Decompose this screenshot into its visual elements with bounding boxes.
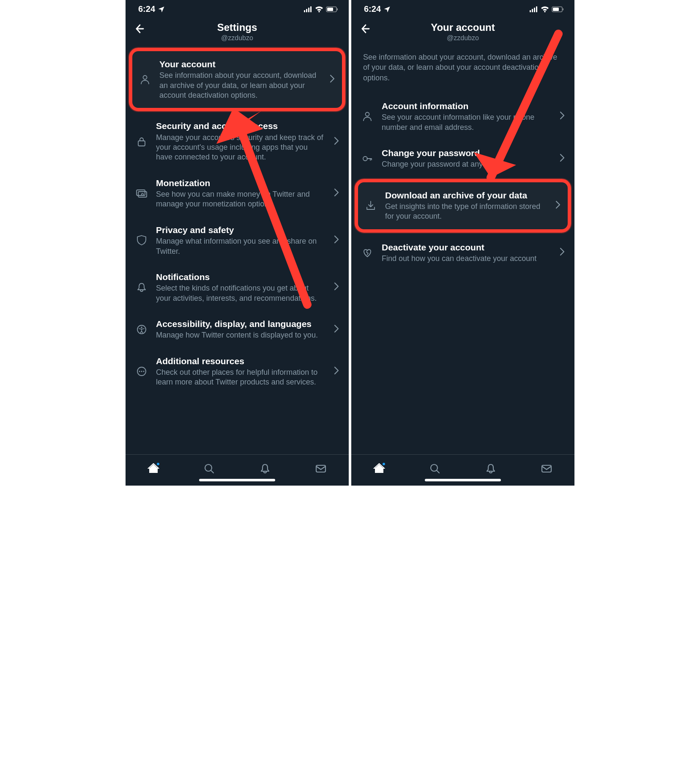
- page-header: Settings @zzdubzo: [126, 16, 349, 46]
- bell-icon: [136, 282, 147, 293]
- chevron-right-icon: [328, 74, 337, 84]
- item-desc: Manage what information you see and shar…: [156, 236, 324, 256]
- location-services-icon: [158, 5, 165, 13]
- chevron-right-icon: [558, 247, 567, 257]
- item-desc: Get insights into the type of informatio…: [385, 202, 546, 222]
- item-label: Your account: [159, 59, 320, 70]
- lock-icon: [136, 136, 147, 147]
- annotation-highlight-download-archive: Download an archive of your data Get ins…: [355, 179, 571, 233]
- settings-screen: 6:24 Settings @zzdubzo: [126, 0, 349, 486]
- annotation-highlight-your-account: Your account See information about your …: [129, 48, 345, 111]
- back-arrow-icon: [359, 23, 371, 34]
- wifi-icon: [541, 5, 549, 13]
- search-icon: [203, 463, 215, 475]
- page-title: Your account: [351, 22, 574, 33]
- page-intro-text: See information about your account, down…: [351, 46, 574, 93]
- chevron-right-icon: [553, 200, 563, 210]
- settings-item-accessibility[interactable]: Accessibility, display, and languages Ma…: [126, 311, 349, 348]
- chevron-right-icon: [332, 187, 341, 198]
- chevron-right-icon: [332, 365, 341, 376]
- item-desc: Select the kinds of notifications you ge…: [156, 283, 324, 303]
- settings-item-privacy[interactable]: Privacy and safety Manage what informati…: [126, 217, 349, 264]
- location-services-icon: [383, 5, 391, 13]
- cellular-signal-icon: [530, 6, 538, 13]
- back-button[interactable]: [359, 23, 371, 36]
- chevron-right-icon: [558, 110, 567, 121]
- back-arrow-icon: [133, 23, 145, 34]
- tab-home[interactable]: [373, 463, 385, 476]
- shield-icon: [136, 234, 147, 246]
- more-icon: [136, 366, 147, 377]
- tab-search[interactable]: [203, 463, 215, 476]
- item-desc: Change your password at any time.: [382, 159, 550, 169]
- search-icon: [429, 463, 441, 475]
- item-label: Privacy and safety: [156, 225, 324, 236]
- tab-notifications[interactable]: [259, 463, 271, 476]
- item-label: Change your password: [382, 148, 550, 159]
- bell-icon: [259, 463, 271, 475]
- page-subtitle: @zzdubzo: [351, 34, 574, 42]
- item-label: Deactivate your account: [382, 242, 550, 253]
- account-item-account-information[interactable]: Account information See your account inf…: [351, 93, 574, 140]
- person-icon: [139, 74, 150, 85]
- item-desc: Check out other places for helpful infor…: [156, 368, 324, 387]
- item-label: Monetization: [156, 178, 324, 189]
- heart-broken-icon: [362, 247, 373, 258]
- mail-icon: [541, 463, 552, 475]
- back-button[interactable]: [133, 23, 145, 36]
- download-icon: [365, 200, 376, 211]
- bell-icon: [485, 463, 497, 475]
- account-list: Account information See your account inf…: [351, 93, 574, 454]
- item-desc: Find out how you can deactivate your acc…: [382, 254, 550, 264]
- item-label: Account information: [382, 101, 550, 112]
- battery-icon: [552, 6, 564, 13]
- tab-search[interactable]: [429, 463, 441, 476]
- wifi-icon: [315, 5, 323, 13]
- item-label: Additional resources: [156, 356, 324, 367]
- settings-item-security[interactable]: Security and account access Manage your …: [126, 113, 349, 170]
- home-indicator: [199, 479, 275, 481]
- account-item-download-archive[interactable]: Download an archive of your data Get ins…: [358, 182, 568, 229]
- chevron-right-icon: [332, 136, 341, 146]
- battery-icon: [326, 6, 339, 13]
- tab-notifications[interactable]: [485, 463, 497, 476]
- status-bar: 6:24: [351, 0, 574, 16]
- item-label: Security and account access: [156, 121, 324, 132]
- your-account-screen: 6:24 Your account @zzdubzo See informati…: [351, 0, 574, 486]
- item-label: Accessibility, display, and languages: [156, 319, 324, 330]
- settings-list: Your account See information about your …: [126, 46, 349, 454]
- status-bar: 6:24: [126, 0, 349, 16]
- page-title: Settings: [126, 22, 349, 33]
- chevron-right-icon: [558, 153, 567, 163]
- page-header: Your account @zzdubzo: [351, 16, 574, 46]
- money-icon: [136, 187, 148, 199]
- status-time: 6:24: [364, 4, 381, 14]
- chevron-right-icon: [332, 324, 341, 334]
- tab-messages[interactable]: [315, 463, 327, 476]
- cellular-signal-icon: [304, 6, 312, 13]
- settings-item-notifications[interactable]: Notifications Select the kinds of notifi…: [126, 264, 349, 311]
- key-icon: [362, 153, 373, 164]
- account-item-change-password[interactable]: Change your password Change your passwor…: [351, 140, 574, 177]
- account-item-deactivate[interactable]: Deactivate your account Find out how you…: [351, 234, 574, 272]
- item-desc: See your account information like your p…: [382, 113, 550, 132]
- settings-item-your-account[interactable]: Your account See information about your …: [132, 51, 342, 108]
- chevron-right-icon: [332, 281, 341, 291]
- settings-item-additional-resources[interactable]: Additional resources Check out other pla…: [126, 348, 349, 395]
- item-desc: See information about your account, down…: [159, 71, 320, 100]
- tab-home[interactable]: [148, 463, 159, 476]
- page-subtitle: @zzdubzo: [126, 34, 349, 42]
- item-desc: See how you can make money on Twitter an…: [156, 190, 324, 209]
- status-time: 6:24: [138, 4, 155, 14]
- item-desc: Manage how Twitter content is displayed …: [156, 330, 324, 340]
- notification-dot: [156, 462, 160, 466]
- item-label: Notifications: [156, 272, 324, 283]
- settings-item-monetization[interactable]: Monetization See how you can make money …: [126, 170, 349, 217]
- person-icon: [362, 111, 373, 122]
- item-desc: Manage your account's security and keep …: [156, 133, 324, 162]
- notification-dot: [382, 462, 386, 466]
- chevron-right-icon: [332, 234, 341, 244]
- mail-icon: [315, 463, 327, 475]
- accessibility-icon: [136, 324, 147, 335]
- tab-messages[interactable]: [541, 463, 552, 476]
